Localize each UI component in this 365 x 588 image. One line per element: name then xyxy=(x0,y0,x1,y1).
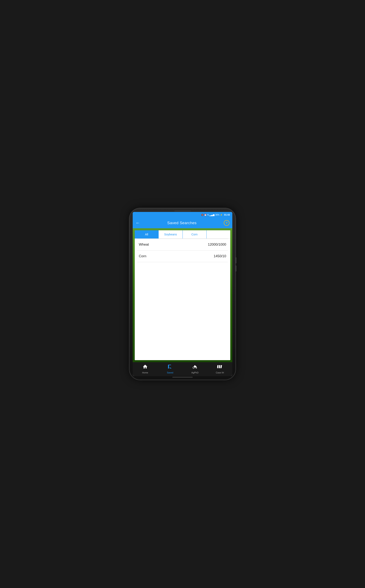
app-bar: ← Saved Searches ? xyxy=(133,218,232,228)
svg-rect-2 xyxy=(194,366,196,367)
battery-text: 36% xyxy=(215,214,219,216)
table-row[interactable]: Corn 1450/10 xyxy=(135,251,230,262)
tab-bar: All Soybeans Corn xyxy=(135,230,230,239)
svg-rect-7 xyxy=(219,365,220,368)
row-corn-label: Corn xyxy=(139,254,146,258)
svg-point-1 xyxy=(196,367,197,368)
svg-rect-3 xyxy=(194,365,196,366)
alarm-icon: ⏰ xyxy=(204,214,207,216)
agphd-icon xyxy=(192,364,198,371)
tab-extra[interactable] xyxy=(207,230,230,238)
row-divider-2 xyxy=(137,262,228,262)
caseih-icon xyxy=(217,364,223,371)
nav-saved[interactable]: Saved xyxy=(158,364,182,374)
nav-home-label: Home xyxy=(142,371,148,374)
app-bar-title: Saved Searches xyxy=(167,221,197,225)
battery-icon: ⚡ xyxy=(220,214,223,216)
nav-saved-label: Saved xyxy=(167,371,173,374)
power-button xyxy=(235,266,236,272)
tab-all[interactable]: All xyxy=(135,230,159,238)
nav-caseih[interactable]: Case IH xyxy=(207,364,232,374)
table-row[interactable]: Wheat 12000/1000 xyxy=(135,239,230,250)
row-wheat-value: 12000/1000 xyxy=(208,243,226,247)
search-card: All Soybeans Corn xyxy=(135,230,230,360)
signal-icon: ▂▄▆ xyxy=(210,214,215,216)
help-button[interactable]: ? xyxy=(224,220,229,226)
svg-rect-8 xyxy=(220,365,222,368)
phone-device: 🔇 ⏰ ⇅ ▂▄▆ 36% ⚡ 01:43 ← Saved Searches ? xyxy=(129,208,236,380)
phone-screen: 🔇 ⏰ ⇅ ▂▄▆ 36% ⚡ 01:43 ← Saved Searches ? xyxy=(133,212,232,376)
bottom-nav: Home Saved xyxy=(133,362,232,376)
main-content: All Soybeans Corn xyxy=(133,228,232,362)
nav-home[interactable]: Home xyxy=(133,364,158,374)
search-list: Wheat 12000/1000 Corn 1450/10 xyxy=(135,239,230,360)
status-icons: 🔇 ⏰ ⇅ ▂▄▆ 36% ⚡ xyxy=(201,214,223,216)
row-wheat-label: Wheat xyxy=(139,243,149,247)
help-icon: ? xyxy=(226,221,228,224)
nav-caseih-label: Case IH xyxy=(216,371,224,374)
sync-icon: ⇅ xyxy=(207,214,209,216)
nav-agphd-label: AgPhD xyxy=(191,371,199,374)
row-corn-value: 1450/10 xyxy=(214,254,226,258)
saved-icon xyxy=(167,364,173,371)
status-time: 01:43 xyxy=(224,214,230,216)
back-button[interactable]: ← xyxy=(136,221,140,225)
mute-icon: 🔇 xyxy=(201,214,204,216)
nav-agphd[interactable]: AgPhD xyxy=(182,364,207,374)
status-bar: 🔇 ⏰ ⇅ ▂▄▆ 36% ⚡ 01:43 xyxy=(133,212,232,218)
home-icon xyxy=(142,364,148,371)
svg-rect-6 xyxy=(217,365,219,368)
volume-button xyxy=(235,257,236,263)
tab-corn[interactable]: Corn xyxy=(183,230,207,238)
tab-soybeans[interactable]: Soybeans xyxy=(159,230,182,238)
